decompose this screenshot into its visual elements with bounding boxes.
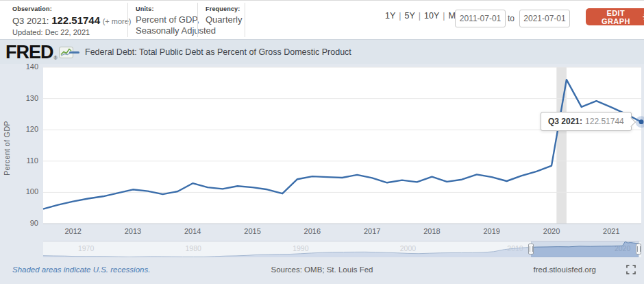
x-tick-label: 2015 (238, 227, 268, 235)
brand-bar: FRED ® Federal Debt: Total Public Debt a… (0, 39, 644, 64)
x-tick-label: 2012 (58, 227, 88, 235)
navigator-mask-left (43, 241, 531, 257)
x-tick-label: 2020 (536, 227, 567, 235)
fred-graph-page: Observation: Q3 2021: 122.51744 (+ more)… (0, 0, 644, 284)
site-text: fred.stlouisfed.org (534, 265, 596, 274)
fred-logo-text: FRED (5, 40, 53, 64)
y-tick-label: 100 (15, 187, 38, 196)
observation-line: Q3 2021: 122.51744 (+ more) (12, 14, 132, 26)
frequency-value: Quarterly (206, 14, 242, 25)
units-section: Units: Percent of GDP, Seasonally Adjust… (136, 5, 216, 36)
tooltip-label: Q3 2021: (548, 117, 582, 126)
plot-background (43, 67, 641, 224)
x-tick-label: 2017 (357, 227, 387, 235)
units-label: Units: (136, 5, 216, 12)
navigator-selection (531, 241, 639, 257)
legend-line-swatch (69, 51, 79, 54)
frequency-section: Frequency: Quarterly (206, 5, 242, 25)
header-divider (197, 3, 198, 37)
tooltip: Q3 2021:122.51744 (541, 112, 632, 131)
range-preset-1y[interactable]: 1Y (385, 11, 395, 21)
header-bar: Observation: Q3 2021: 122.51744 (+ more)… (0, 1, 644, 39)
y-tick-label: 130 (15, 94, 38, 102)
x-tick-label: 2013 (118, 227, 148, 235)
header-divider (127, 3, 128, 37)
frequency-label: Frequency: (206, 5, 242, 12)
range-preset-5y[interactable]: 5Y (405, 11, 415, 21)
observation-section: Observation: Q3 2021: 122.51744 (+ more)… (12, 5, 132, 36)
legend-label: Federal Debt: Total Public Debt as Perce… (85, 47, 351, 57)
observation-period: Q3 2021: (12, 16, 49, 26)
fred-logo[interactable]: FRED ® (5, 40, 73, 64)
date-to-input[interactable] (519, 10, 570, 27)
tooltip-value: 122.51744 (585, 117, 624, 126)
fullscreen-icon[interactable] (626, 265, 636, 274)
navigator-handle-left[interactable] (528, 244, 534, 255)
observation-label: Observation: (12, 5, 132, 12)
navigator-handle-right[interactable] (636, 244, 641, 255)
y-axis-title: Percent of GDP (3, 104, 12, 193)
series-legend: Federal Debt: Total Public Debt as Perce… (69, 40, 351, 64)
range-preset-10y[interactable]: 10Y (424, 11, 439, 21)
edit-graph-button[interactable]: EDIT GRAPH (586, 8, 644, 25)
units-value: Percent of GDP, Seasonally Adjusted (136, 14, 216, 36)
edit-graph-label: EDIT GRAPH (593, 9, 639, 25)
x-tick-label: 2016 (297, 227, 327, 235)
y-tick-label: 90 (15, 219, 38, 227)
date-range-to-label: to (508, 14, 515, 23)
observation-updated: Updated: Dec 22, 2021 (12, 28, 132, 36)
registered-mark: ® (54, 56, 58, 60)
y-tick-label: 140 (15, 62, 38, 71)
x-tick-label: 2019 (477, 227, 507, 235)
range-separator: | (419, 11, 421, 21)
x-tick-label: 2018 (417, 227, 447, 235)
range-separator: | (399, 11, 401, 21)
y-tick-label: 120 (15, 125, 38, 133)
range-presets: 1Y|5Y|10Y|Max (385, 11, 465, 21)
date-from-input[interactable] (455, 10, 506, 27)
last-point-marker (639, 119, 644, 124)
x-tick-label: 2021 (596, 227, 626, 235)
observation-value: 122.51744 (51, 14, 100, 26)
header-divider (245, 3, 245, 37)
x-tick-label: 2014 (177, 227, 208, 235)
y-tick-label: 110 (15, 156, 38, 165)
range-separator: | (443, 11, 445, 21)
plot-area[interactable] (43, 67, 641, 224)
navigator[interactable] (43, 241, 641, 257)
